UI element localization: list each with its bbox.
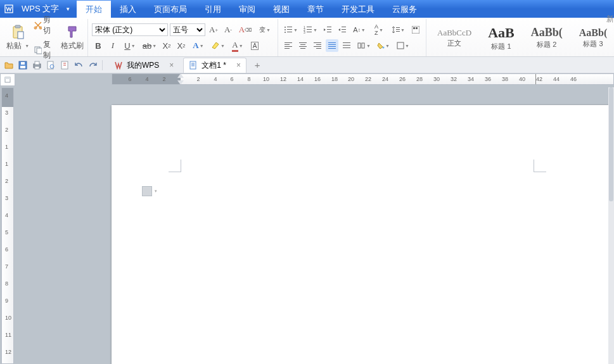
svg-rect-7 — [37, 48, 41, 54]
svg-rect-45 — [328, 44, 336, 45]
export-pdf-button[interactable] — [58, 59, 71, 72]
quick-access-bar: 我的WPS × 文档1 * × + — [0, 57, 614, 73]
clear-format-button[interactable]: A⌫ — [236, 23, 254, 36]
first-line-indent[interactable] — [177, 73, 184, 78]
svg-text:3: 3 — [304, 30, 305, 34]
doctab-document1[interactable]: 文档1 * × — [183, 58, 246, 73]
superscript-button[interactable]: X2 — [160, 39, 173, 52]
align-justify-button[interactable] — [326, 39, 338, 52]
svg-rect-35 — [285, 48, 290, 49]
sort-button[interactable]: AZ▼ — [370, 23, 388, 36]
strikethrough-button[interactable]: ab▼ — [141, 39, 158, 52]
subscript-button[interactable]: X2 — [175, 39, 188, 52]
decrease-indent-button[interactable] — [321, 23, 334, 36]
svg-rect-19 — [307, 32, 312, 32]
char-spacing-button[interactable]: ▼ — [355, 39, 373, 52]
redo-button[interactable] — [86, 59, 99, 72]
chevron-down-icon: ▾ — [155, 189, 157, 194]
format-painter-button[interactable]: 格式刷 — [61, 23, 84, 53]
style-0[interactable]: AaBbCcD正文 — [430, 26, 478, 50]
cut-button[interactable]: 剪切 — [32, 14, 58, 37]
new-tab-button[interactable]: + — [250, 58, 264, 72]
svg-rect-50 — [343, 47, 350, 48]
font-color-button[interactable]: A▼ — [229, 39, 246, 52]
menu-tab-3[interactable]: 引用 — [196, 1, 230, 18]
svg-point-10 — [285, 29, 286, 30]
svg-rect-43 — [316, 48, 321, 49]
page[interactable]: ▾ — [112, 105, 613, 364]
borders-button[interactable]: ▼ — [394, 39, 412, 52]
text-direction-button[interactable]: A↕▼ — [350, 23, 368, 36]
menu-tab-4[interactable]: 审阅 — [230, 1, 264, 18]
print-preview-button[interactable] — [44, 59, 57, 72]
text-effects-button[interactable]: A▼ — [189, 39, 207, 52]
menu-tabs: 开始插入页面布局引用审阅视图章节开发工具云服务 — [77, 0, 426, 18]
close-icon[interactable]: × — [169, 61, 174, 70]
qat-separator — [102, 60, 103, 70]
increase-indent-button[interactable] — [336, 23, 349, 36]
save-button[interactable] — [16, 59, 29, 72]
svg-rect-11 — [287, 29, 292, 30]
open-button[interactable] — [3, 59, 15, 72]
workspace: 4321123456789101112131415 ▾ — [0, 86, 614, 364]
svg-rect-51 — [358, 43, 361, 48]
numbering-button[interactable]: 123▼ — [302, 23, 319, 36]
style-2[interactable]: AaBb(标题 2 — [524, 24, 570, 51]
app-menu-dropdown[interactable]: ▼ — [63, 0, 73, 18]
horizontal-ruler[interactable]: 6422468101214161820222426283032343638404… — [112, 73, 614, 85]
grow-font-button[interactable]: A+ — [207, 23, 220, 36]
menu-tab-0[interactable]: 开始 — [77, 1, 111, 18]
print-button[interactable] — [30, 59, 43, 72]
menu-tab-8[interactable]: 云服务 — [383, 1, 426, 18]
ruler-corner[interactable] — [0, 73, 15, 86]
hanging-indent[interactable] — [177, 80, 184, 85]
italic-button[interactable]: I — [106, 39, 119, 52]
line-spacing-button[interactable]: ▼ — [390, 23, 407, 36]
svg-rect-41 — [316, 44, 321, 45]
highlight-button[interactable]: ▼ — [209, 39, 227, 52]
vertical-scrollbar[interactable] — [608, 87, 614, 364]
svg-rect-56 — [20, 66, 25, 68]
doctab-label: 我的WPS — [127, 60, 159, 71]
char-border-button[interactable]: A — [248, 39, 261, 52]
menu-tab-2[interactable]: 页面布局 — [145, 1, 196, 18]
svg-rect-40 — [314, 42, 321, 43]
document-area[interactable]: ▾ — [14, 87, 614, 364]
font-size-select[interactable]: 五号 — [170, 23, 205, 36]
underline-button[interactable]: U▼ — [121, 39, 139, 52]
undo-button[interactable] — [72, 59, 85, 72]
vertical-ruler[interactable]: 4321123456789101112131415 — [1, 87, 14, 364]
scrollbar-thumb[interactable] — [609, 87, 613, 201]
style-1[interactable]: AaB标题 1 — [481, 23, 521, 53]
shrink-font-button[interactable]: A- — [222, 23, 234, 36]
svg-rect-0 — [5, 5, 13, 13]
highlight-icon — [211, 41, 220, 50]
svg-point-53 — [383, 47, 385, 49]
align-left-button[interactable] — [282, 39, 295, 52]
doc-icon — [189, 61, 198, 70]
shading-button[interactable]: ▼ — [374, 39, 392, 52]
close-icon[interactable]: × — [236, 61, 241, 70]
svg-rect-47 — [328, 48, 336, 49]
bold-button[interactable]: B — [92, 39, 105, 52]
margin-corner-tr — [534, 160, 546, 172]
menu-tab-1[interactable]: 插入 — [111, 1, 145, 18]
align-right-button[interactable] — [311, 39, 324, 52]
svg-rect-29 — [412, 26, 419, 34]
doctab-my-wps[interactable]: 我的WPS × — [108, 58, 179, 73]
svg-rect-33 — [285, 44, 290, 45]
paste-options-tag[interactable]: ▾ — [142, 186, 157, 196]
menu-tab-7[interactable]: 开发工具 — [333, 1, 383, 18]
paste-button[interactable]: 粘贴▼ — [6, 23, 29, 53]
svg-rect-42 — [314, 46, 321, 47]
align-center-button[interactable] — [297, 39, 309, 52]
svg-rect-64 — [190, 61, 196, 69]
bullets-button[interactable]: ▼ — [282, 23, 300, 36]
show-marks-button[interactable] — [409, 23, 422, 36]
phonetic-guide-button[interactable]: 变▼ — [256, 23, 274, 36]
menu-tab-6[interactable]: 章节 — [298, 1, 333, 18]
distribute-button[interactable] — [340, 39, 353, 52]
svg-rect-24 — [342, 29, 346, 30]
menu-tab-5[interactable]: 视图 — [264, 1, 298, 18]
font-family-select[interactable]: 宋体 (正文) — [92, 23, 168, 36]
